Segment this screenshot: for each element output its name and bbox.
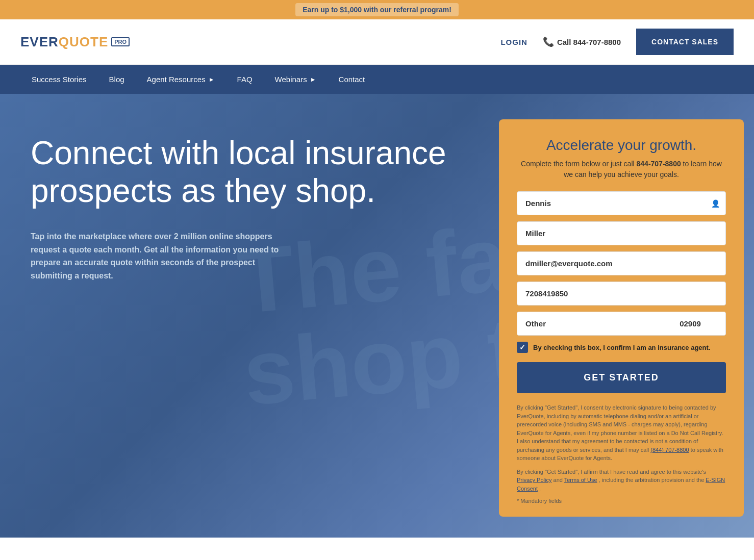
- logo: EVERQUOTE PRO: [20, 34, 130, 50]
- logo-pro: PRO: [111, 37, 130, 46]
- nav-contact[interactable]: Contact: [328, 65, 376, 94]
- phone-label: Call 844-707-8800: [557, 38, 621, 46]
- form-subtitle-text: Complete the form below or just call: [521, 160, 635, 168]
- form-phone-bold: 844-707-8800: [637, 160, 681, 168]
- nav-blog-label: Blog: [109, 75, 124, 84]
- nav-contact-label: Contact: [339, 75, 365, 84]
- header-nav: LOGIN 📞 Call 844-707-8800 CONTACT SALES: [500, 29, 734, 55]
- nav-webinars[interactable]: Webinars ►: [264, 65, 328, 94]
- nav-agent-resources-label: Agent Resources: [147, 75, 206, 84]
- top-banner: Earn up to $1,000 with our referral prog…: [0, 0, 754, 19]
- nav-faq-label: FAQ: [237, 75, 253, 84]
- legal-and: and: [554, 477, 563, 483]
- nav-webinars-label: Webinars: [275, 75, 307, 84]
- checkbox-label: By checking this box, I confirm I am an …: [533, 344, 710, 351]
- logo-quote: QUOTE: [59, 34, 108, 50]
- get-started-button[interactable]: GET STARTED: [517, 362, 726, 393]
- privacy-policy-link[interactable]: Privacy Policy: [517, 477, 551, 483]
- mandatory-note: * Mandatory fields: [517, 498, 726, 504]
- zip-input[interactable]: [633, 312, 726, 335]
- state-zip-row: [517, 312, 726, 336]
- last-name-input[interactable]: [517, 221, 726, 245]
- first-name-input[interactable]: [517, 191, 726, 215]
- logo-ever: EVER: [20, 34, 59, 50]
- legal-phone-link[interactable]: (844) 707-8800: [650, 447, 689, 453]
- phone-icon: 📞: [543, 36, 554, 47]
- legal-text-2: By clicking "Get Started", I affirm that…: [517, 468, 726, 493]
- hero-section: The fashop t Connect with local insuranc…: [0, 94, 754, 538]
- contact-sales-button[interactable]: CONTACT SALES: [636, 29, 734, 55]
- hero-right: Accelerate your growth. Complete the for…: [489, 94, 754, 538]
- checkbox-checkmark-icon: ✓: [519, 343, 525, 351]
- legal-text-1-body: By clicking "Get Started", I consent by …: [517, 404, 723, 453]
- last-name-group: [517, 221, 726, 245]
- legal-text-2-middle: , including the arbitration provision an…: [599, 477, 705, 483]
- legal-text-2-suffix: .: [539, 486, 541, 492]
- form-subtitle: Complete the form below or just call 844…: [517, 159, 726, 180]
- phone-group: [517, 282, 726, 306]
- nav-success-stories[interactable]: Success Stories: [20, 65, 98, 94]
- form-card: Accelerate your growth. Complete the for…: [499, 119, 744, 517]
- first-name-group: 👤: [517, 191, 726, 215]
- header: EVERQUOTE PRO LOGIN 📞 Call 844-707-8800 …: [0, 19, 754, 65]
- nav-blog[interactable]: Blog: [98, 65, 136, 94]
- nav-success-stories-label: Success Stories: [32, 75, 87, 84]
- nav-bar: Success Stories Blog Agent Resources ► F…: [0, 65, 754, 94]
- hero-title: Connect with local insurance prospects a…: [31, 135, 463, 210]
- webinars-arrow-icon: ►: [310, 76, 316, 83]
- nav-agent-resources[interactable]: Agent Resources ►: [136, 65, 226, 94]
- nav-faq[interactable]: FAQ: [226, 65, 264, 94]
- email-group: [517, 251, 726, 275]
- legal-text-1: By clicking "Get Started", I consent by …: [517, 403, 726, 463]
- email-input[interactable]: [517, 251, 726, 275]
- login-link[interactable]: LOGIN: [500, 38, 527, 46]
- terms-of-use-link[interactable]: Terms of Use: [564, 477, 597, 483]
- agent-resources-arrow-icon: ►: [209, 76, 215, 83]
- state-input[interactable]: [517, 312, 633, 335]
- hero-left: Connect with local insurance prospects a…: [0, 94, 489, 538]
- referral-link[interactable]: Earn up to $1,000 with our referral prog…: [295, 3, 459, 16]
- checkbox-row: ✓ By checking this box, I confirm I am a…: [517, 342, 726, 353]
- phone-input[interactable]: [517, 282, 726, 306]
- form-title: Accelerate your growth.: [517, 137, 726, 154]
- hero-subtitle: Tap into the marketplace where over 2 mi…: [31, 230, 281, 282]
- legal-text-2-prefix: By clicking "Get Started", I affirm that…: [517, 469, 706, 475]
- insurance-agent-checkbox[interactable]: ✓: [517, 342, 528, 353]
- person-icon: 👤: [711, 199, 720, 208]
- header-phone: 📞 Call 844-707-8800: [543, 36, 621, 47]
